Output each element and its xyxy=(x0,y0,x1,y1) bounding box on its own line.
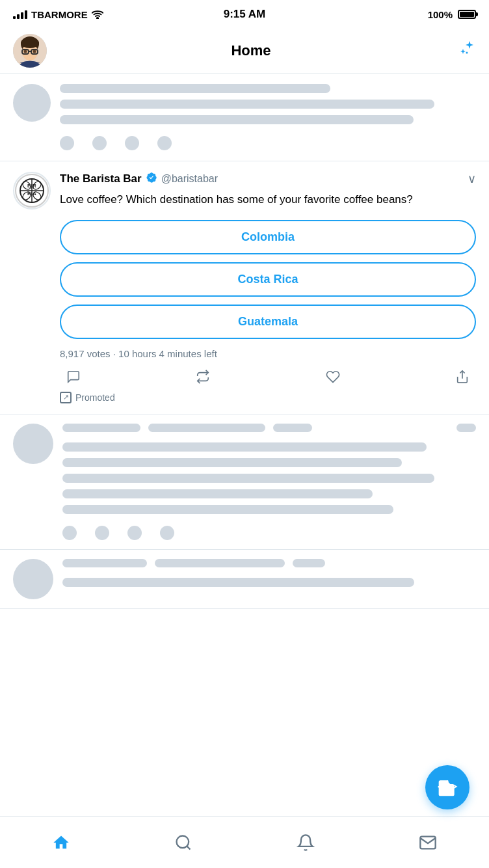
status-right: 100% xyxy=(428,9,476,20)
skeleton-dot xyxy=(160,526,174,540)
svg-point-9 xyxy=(21,38,39,48)
user-avatar[interactable] xyxy=(13,34,47,68)
nav-messages[interactable] xyxy=(406,827,450,858)
skeleton-line xyxy=(273,424,312,432)
promoted-text: Promoted xyxy=(75,392,115,403)
search-icon xyxy=(174,834,192,852)
status-time: 9:15 AM xyxy=(224,8,266,21)
carrier-label: TBARMORE xyxy=(31,9,88,20)
retweet-action[interactable] xyxy=(196,370,210,384)
skeleton-dot xyxy=(62,526,77,540)
reply-icon xyxy=(66,370,81,384)
svg-line-25 xyxy=(187,846,190,849)
nav-search[interactable] xyxy=(161,827,205,858)
skeleton-avatar xyxy=(13,84,51,122)
tweet-author-name: The Barista Bar xyxy=(60,172,142,185)
poll-meta: 8,917 votes · 10 hours 4 minutes left xyxy=(60,348,476,359)
tweet-menu-icon[interactable]: ∨ xyxy=(468,172,476,186)
skeleton-line xyxy=(62,489,373,498)
tweet-text: Love coffee? Which destination has some … xyxy=(60,191,476,208)
poll-option-guatemala[interactable]: Guatemala xyxy=(60,305,476,339)
skeleton-line xyxy=(62,559,147,567)
svg-text:+✏: +✏ xyxy=(438,780,458,795)
svg-point-11 xyxy=(466,51,468,53)
skeleton-line xyxy=(148,424,265,432)
svg-point-7 xyxy=(24,50,27,53)
heart-icon xyxy=(326,370,340,384)
poll-option-colombia[interactable]: Colombia xyxy=(60,220,476,254)
skeleton-post-mid xyxy=(0,414,489,550)
skeleton-line xyxy=(60,115,414,124)
wifi-icon xyxy=(92,10,103,19)
status-left: TBARMORE xyxy=(13,9,103,20)
tweet-header: The Barista Bar @baristabar ∨ xyxy=(60,172,476,186)
promoted-icon: ↗ xyxy=(60,392,72,403)
tweet-author-avatar[interactable]: B|R B|A xyxy=(13,172,51,210)
battery-percent: 100% xyxy=(428,9,453,20)
signal-icon xyxy=(13,10,27,19)
skeleton-dots xyxy=(60,136,476,150)
skeleton-line xyxy=(60,84,330,93)
mail-icon xyxy=(419,834,437,852)
skeleton-avatar xyxy=(13,559,53,599)
share-action[interactable] xyxy=(455,370,469,384)
skeleton-dot xyxy=(125,136,139,150)
skeleton-line xyxy=(155,559,285,567)
skeleton-line xyxy=(62,458,402,467)
nav-notifications[interactable] xyxy=(284,827,328,858)
skeleton-content xyxy=(60,84,476,150)
skeleton-line xyxy=(62,474,434,483)
reply-action[interactable] xyxy=(66,370,81,384)
skeleton-line xyxy=(62,505,393,514)
header: Home xyxy=(0,29,489,74)
skeleton-content xyxy=(62,559,476,599)
home-icon xyxy=(52,834,70,852)
skeleton-dot xyxy=(127,526,142,540)
skeleton-line xyxy=(62,424,140,432)
verified-icon xyxy=(146,172,157,186)
svg-point-0 xyxy=(97,18,98,19)
skeleton-line xyxy=(60,100,434,109)
nav-home[interactable] xyxy=(39,827,83,858)
skeleton-content xyxy=(62,424,476,540)
poll-option-costa-rica[interactable]: Costa Rica xyxy=(60,262,476,297)
tweet-name-row: The Barista Bar @baristabar xyxy=(60,172,218,186)
promoted-label: ↗ Promoted xyxy=(60,392,476,403)
tweet-author-handle: @baristabar xyxy=(161,173,218,185)
skeleton-line xyxy=(456,424,476,432)
status-bar: TBARMORE 9:15 AM 100% xyxy=(0,0,489,29)
svg-point-24 xyxy=(177,835,189,848)
battery-icon xyxy=(458,10,476,19)
skeleton-dot xyxy=(60,136,74,150)
main-content: B|R B|A The Barista Bar xyxy=(0,74,489,661)
compose-icon: +✏ xyxy=(437,777,458,798)
share-icon xyxy=(455,370,469,384)
page-title: Home xyxy=(231,42,271,59)
skeleton-post-bottom xyxy=(0,550,489,609)
tweet-body: The Barista Bar @baristabar ∨ Love coffe… xyxy=(60,172,476,403)
bottom-nav xyxy=(0,816,489,868)
skeleton-dots xyxy=(62,526,476,540)
skeleton-post-top xyxy=(0,74,489,161)
skeleton-dot xyxy=(92,136,107,150)
tweet-actions xyxy=(60,370,476,384)
svg-point-8 xyxy=(33,50,36,53)
skeleton-line xyxy=(293,559,325,567)
like-action[interactable] xyxy=(326,370,340,384)
bell-icon xyxy=(297,834,315,852)
retweet-icon xyxy=(196,370,210,384)
skeleton-dot xyxy=(157,136,172,150)
skeleton-avatar xyxy=(13,424,53,464)
tweet-card: B|R B|A The Barista Bar xyxy=(0,161,489,414)
skeleton-line xyxy=(62,578,414,587)
compose-button[interactable]: +✏ xyxy=(425,765,469,809)
sparkle-icon[interactable] xyxy=(455,38,476,64)
skeleton-dot xyxy=(95,526,109,540)
skeleton-line xyxy=(62,442,427,452)
